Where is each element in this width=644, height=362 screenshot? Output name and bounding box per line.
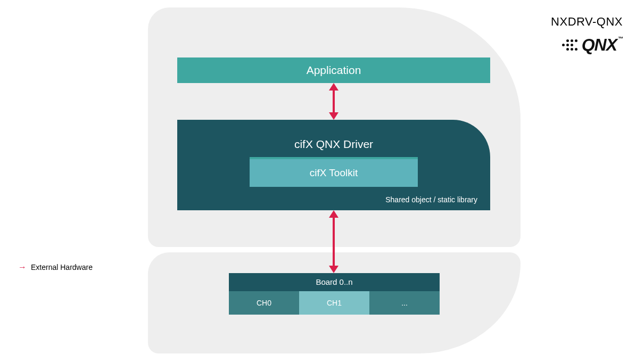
board-channel-more: ...: [369, 291, 440, 315]
toolkit-label: cifX Toolkit: [250, 159, 418, 187]
driver-title: cifX QNX Driver: [177, 138, 490, 151]
qnx-logo: QNX™: [562, 36, 623, 53]
arrow-app-to-driver-icon: [333, 89, 335, 113]
toolkit-block: cifX Toolkit: [250, 157, 418, 187]
application-label: Application: [307, 64, 361, 77]
board-header: Board 0..n: [229, 273, 440, 291]
external-hardware-label: → External Hardware: [18, 263, 93, 272]
application-block: Application: [177, 57, 490, 83]
board-channel-1: CH1: [299, 291, 369, 315]
qnx-wordmark: QNX™: [582, 36, 623, 53]
board-channels-row: CH0 CH1 ...: [229, 291, 440, 315]
external-hardware-text: External Hardware: [31, 263, 93, 272]
driver-block: cifX QNX Driver cifX Toolkit Shared obje…: [177, 120, 490, 210]
board-block: Board 0..n CH0 CH1 ...: [229, 273, 440, 315]
blackberry-dots-icon: [562, 39, 577, 51]
page-title: NXDRV-QNX: [551, 15, 623, 29]
driver-footer: Shared object / static library: [385, 195, 477, 204]
arrow-right-icon: →: [18, 263, 27, 272]
arrow-driver-to-board-icon: [333, 217, 335, 267]
diagram-stage: NXDRV-QNX QNX™ Application cifX QNX Driv…: [0, 0, 644, 362]
board-channel-0: CH0: [229, 291, 299, 315]
